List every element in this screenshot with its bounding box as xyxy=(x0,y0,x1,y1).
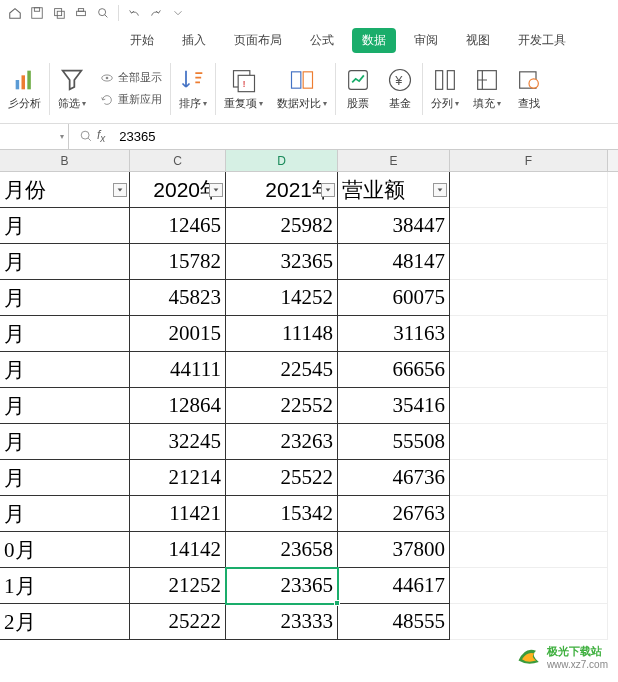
col-header-c[interactable]: C xyxy=(130,150,226,171)
cell[interactable]: 12864 xyxy=(130,388,226,424)
cell[interactable]: 月份 xyxy=(0,172,130,208)
col-header-d[interactable]: D xyxy=(226,150,338,171)
cell[interactable]: 22545 xyxy=(226,352,338,388)
stock-button[interactable]: 股票 xyxy=(344,66,372,111)
cell[interactable]: 营业额 xyxy=(338,172,450,208)
cell[interactable]: 23263 xyxy=(226,424,338,460)
cell[interactable] xyxy=(450,172,608,208)
cell[interactable]: 25522 xyxy=(226,460,338,496)
cell[interactable]: 11148 xyxy=(226,316,338,352)
cell[interactable]: 66656 xyxy=(338,352,450,388)
cell[interactable]: 月 xyxy=(0,460,130,496)
save-icon[interactable] xyxy=(28,4,46,22)
cell[interactable]: 32245 xyxy=(130,424,226,460)
cell[interactable]: 21214 xyxy=(130,460,226,496)
cell[interactable]: 2月 xyxy=(0,604,130,640)
filter-dropdown-button[interactable] xyxy=(321,183,335,197)
cell[interactable] xyxy=(450,532,608,568)
cell[interactable]: 14252 xyxy=(226,280,338,316)
cell[interactable] xyxy=(450,208,608,244)
cell[interactable]: 25982 xyxy=(226,208,338,244)
cell[interactable]: 55508 xyxy=(338,424,450,460)
cell[interactable] xyxy=(450,280,608,316)
cell[interactable]: 38447 xyxy=(338,208,450,244)
cell[interactable]: 23658 xyxy=(226,532,338,568)
cell[interactable]: 0月 xyxy=(0,532,130,568)
cell[interactable]: 1月 xyxy=(0,568,130,604)
formula-input[interactable] xyxy=(111,126,618,148)
cell[interactable]: 15342 xyxy=(226,496,338,532)
cell[interactable]: 月 xyxy=(0,352,130,388)
cell[interactable]: 26763 xyxy=(338,496,450,532)
cell[interactable]: 月 xyxy=(0,316,130,352)
preview-icon[interactable] xyxy=(94,4,112,22)
filter-dropdown-button[interactable] xyxy=(209,183,223,197)
cell[interactable]: 23333 xyxy=(226,604,338,640)
cell[interactable]: 37800 xyxy=(338,532,450,568)
find-button[interactable]: 查找 xyxy=(515,66,543,111)
filter-dropdown-button[interactable] xyxy=(113,183,127,197)
cell[interactable]: 月 xyxy=(0,244,130,280)
compare-button[interactable]: 数据对比▾ xyxy=(277,66,327,111)
cell[interactable] xyxy=(450,460,608,496)
cell[interactable]: 22552 xyxy=(226,388,338,424)
print-icon[interactable] xyxy=(72,4,90,22)
cell[interactable]: 月 xyxy=(0,496,130,532)
cell[interactable]: 44617 xyxy=(338,568,450,604)
redo-icon[interactable] xyxy=(147,4,165,22)
tab-dev[interactable]: 开发工具 xyxy=(508,28,576,53)
cell[interactable]: 15782 xyxy=(130,244,226,280)
cell[interactable]: 44111 xyxy=(130,352,226,388)
cell[interactable]: 32365 xyxy=(226,244,338,280)
cell[interactable]: 48555 xyxy=(338,604,450,640)
tab-formula[interactable]: 公式 xyxy=(300,28,344,53)
tab-review[interactable]: 审阅 xyxy=(404,28,448,53)
tab-data[interactable]: 数据 xyxy=(352,28,396,53)
cell[interactable] xyxy=(450,496,608,532)
dedup-button[interactable]: ! 重复项▾ xyxy=(224,66,263,111)
fill-handle[interactable] xyxy=(334,600,340,606)
dropdown-icon[interactable] xyxy=(169,4,187,22)
cell[interactable]: 60075 xyxy=(338,280,450,316)
cell[interactable] xyxy=(450,568,608,604)
tab-start[interactable]: 开始 xyxy=(120,28,164,53)
undo-icon[interactable] xyxy=(125,4,143,22)
cell[interactable] xyxy=(450,388,608,424)
fund-button[interactable]: ¥ 基金 xyxy=(386,66,414,111)
cell[interactable]: 31163 xyxy=(338,316,450,352)
fill-button[interactable]: 填充▾ xyxy=(473,66,501,111)
cell[interactable] xyxy=(450,604,608,640)
col-header-b[interactable]: B xyxy=(0,150,130,171)
cell[interactable]: 12465 xyxy=(130,208,226,244)
cell[interactable] xyxy=(450,316,608,352)
tab-view[interactable]: 视图 xyxy=(456,28,500,53)
home-icon[interactable] xyxy=(6,4,24,22)
name-box-dropdown[interactable]: ▾ xyxy=(56,132,68,141)
cell[interactable]: 25222 xyxy=(130,604,226,640)
cell[interactable] xyxy=(450,352,608,388)
col-header-f[interactable]: F xyxy=(450,150,608,171)
cell[interactable]: 45823 xyxy=(130,280,226,316)
tab-insert[interactable]: 插入 xyxy=(172,28,216,53)
reapply-button[interactable]: 重新应用 xyxy=(100,90,162,109)
tab-layout[interactable]: 页面布局 xyxy=(224,28,292,53)
cell[interactable]: 48147 xyxy=(338,244,450,280)
cell[interactable]: 46736 xyxy=(338,460,450,496)
cell[interactable]: 月 xyxy=(0,280,130,316)
cell[interactable]: 月 xyxy=(0,424,130,460)
cell[interactable]: 月 xyxy=(0,388,130,424)
cell[interactable]: 20015 xyxy=(130,316,226,352)
cell[interactable] xyxy=(450,244,608,280)
fx-button[interactable]: fx xyxy=(73,128,111,144)
cell[interactable]: 2020年 xyxy=(130,172,226,208)
cell[interactable]: 35416 xyxy=(338,388,450,424)
copy-icon[interactable] xyxy=(50,4,68,22)
sort-button[interactable]: 排序▾ xyxy=(179,66,207,111)
name-box[interactable] xyxy=(0,126,56,148)
cell[interactable]: 月 xyxy=(0,208,130,244)
split-button[interactable]: 分列▾ xyxy=(431,66,459,111)
analysis-button[interactable]: 彡分析 xyxy=(8,66,41,111)
cell[interactable]: 14142 xyxy=(130,532,226,568)
filter-button[interactable]: 筛选▾ xyxy=(58,66,86,111)
cell[interactable]: 23365 xyxy=(226,568,338,604)
